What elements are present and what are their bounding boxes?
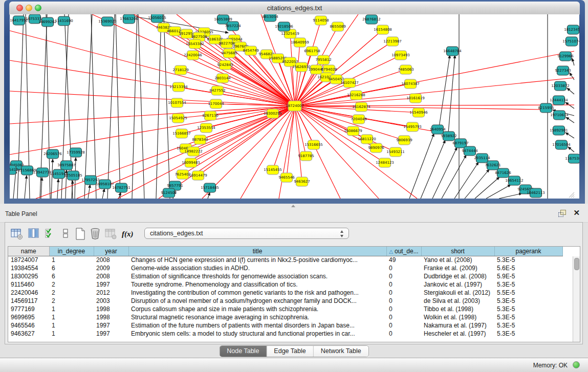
graph-node-selected[interactable]: 9475685 [221,49,237,58]
table-row[interactable]: 977716911998Corpus callosum shape and si… [8,305,562,313]
trash-icon[interactable] [89,227,102,240]
graph-node-selected[interactable]: 12484123 [376,158,394,167]
table-cell-short[interactable]: Nakamura et al. (1997) [421,321,494,330]
graph-edge[interactable] [432,147,457,199]
table-cell-in_degree[interactable]: 6 [49,272,94,280]
graph-node-selected[interactable]: 9465546 [278,173,295,182]
graph-node[interactable]: 15751074 [562,37,579,46]
graph-node-selected[interactable]: 7485063 [398,65,413,74]
table-cell-out_degree[interactable]: 0 [386,297,421,305]
tab-edge-table[interactable]: Edge Table [267,346,313,357]
graph-node-selected[interactable]: 11540946 [409,108,428,117]
table-cell-short[interactable]: Franke et al. (2009) [421,264,494,272]
table-cell-title[interactable]: Estimation of the future numbers of pati… [128,321,386,330]
table-cell-pagerank[interactable]: 5.3E-5 [494,280,562,289]
graph-node-selected[interactable]: 15495793 [403,122,422,132]
graph-edge[interactable] [572,58,574,65]
graph-node-selected[interactable]: 2718129 [172,65,188,75]
graph-node-selected[interactable]: 15316655 [304,140,323,149]
graph-node-selected[interactable]: 16162874 [352,102,371,112]
table-row[interactable]: 946554611997Estimation of the future num… [8,321,562,330]
graph-edge[interactable] [570,73,574,80]
table-cell-in_degree[interactable]: 2 [49,289,94,297]
graph-node[interactable]: 17016504 [552,140,571,149]
graph-edge[interactable] [57,179,58,199]
graph-node[interactable]: 9227343 [555,66,571,75]
table-cell-in_degree[interactable]: 1 [49,330,94,338]
table-cell-year[interactable]: 1998 [94,305,128,313]
graph-node-selected[interactable]: 13213394 [169,82,188,92]
graph-edge[interactable] [465,169,489,199]
graph-node-selected[interactable]: 2803144 [214,74,231,83]
new-document-icon[interactable] [74,227,87,240]
column-header-name[interactable]: name [8,247,49,256]
graph-node-selected[interactable]: 16074387 [401,79,420,89]
table-cell-pagerank[interactable]: 5.5E-5 [494,289,562,297]
graph-edge[interactable] [91,14,96,199]
table-cell-name[interactable]: 19384554 [8,264,49,272]
graph-node-selected[interactable]: 12353554 [197,123,215,133]
table-cell-title[interactable]: Genome-wide association studies in ADHD. [128,264,386,272]
graph-edge[interactable] [409,134,434,199]
graph-node-selected[interactable]: 15145455 [264,165,282,174]
graph-node[interactable]: 15892901 [550,126,568,135]
graph-node-selected[interactable]: 9242843 [217,60,233,70]
table-cell-short[interactable]: Hescheler et al. (1997) [421,330,494,338]
table-cell-title[interactable]: Tourette syndrome. Phenomenology and cla… [128,280,386,289]
network-canvas[interactable]: 7463822866012459129541522605598275088186… [10,14,579,199]
close-panel-icon[interactable]: ✕ [573,208,580,217]
table-cell-short[interactable]: de Silva et al. (2003) [421,297,494,305]
graph-node[interactable]: 5938922 [441,132,456,141]
table-cell-year[interactable]: 2008 [94,272,128,280]
table-cell-out_degree[interactable]: 0 [386,330,421,338]
graph-node-selected[interactable]: 18724007 [286,101,304,111]
graph-node[interactable]: 17663206 [120,14,138,24]
graph-edge[interactable] [116,14,120,199]
graph-node-selected[interactable]: 13216288 [347,91,365,100]
table-row[interactable]: 946362711997Embryonic stem cells: a mode… [8,330,562,338]
graph-edge[interactable] [421,140,445,199]
selected-graph-edge[interactable] [295,106,302,182]
table-cell-short[interactable]: Dudbridge et al. (2008) [421,272,494,280]
table-cell-out_degree[interactable]: 0 [386,272,421,280]
tab-node-table[interactable]: Node Table [220,346,267,357]
graph-node[interactable]: 26876812 [362,15,381,24]
graph-node[interactable]: 17359928 [67,148,85,157]
graph-edge[interactable] [164,14,170,199]
graph-node-selected[interactable]: 7625402 [175,170,190,179]
graph-edge[interactable] [568,147,574,152]
graph-node-selected[interactable]: 7955812 [315,55,331,64]
selected-graph-edge[interactable] [287,106,295,178]
graph-node[interactable]: 9124502 [161,188,177,198]
table-cell-short[interactable]: Tibbo et al. (1998) [421,305,494,313]
table-cell-pagerank[interactable]: 5.9E-5 [494,272,562,280]
row-height-icon[interactable] [59,227,73,240]
graph-node[interactable]: 8215955 [538,103,554,113]
table-cell-title[interactable]: Embryonic stem cells: a model to study s… [128,330,386,338]
show-column-icon[interactable] [28,227,41,240]
table-cell-out_degree[interactable]: 0 [386,313,421,321]
graph-edge[interactable] [132,14,137,199]
graph-edge[interactable] [454,162,478,199]
graph-edge[interactable] [102,189,104,199]
table-row[interactable]: 911546021997Tourette syndrome. Phenomeno… [8,280,562,289]
graph-edge[interactable] [566,117,574,123]
table-cell-title[interactable]: Disruption of a novel member of a sodium… [128,297,386,305]
graph-node-selected[interactable]: 9806939 [396,136,412,145]
table-cell-short[interactable]: Jankovic et al. (1997) [421,280,494,289]
graph-edge[interactable] [84,14,92,199]
table-cell-pagerank[interactable]: 5.3E-5 [494,256,562,264]
table-cell-name[interactable]: 14569117 [8,297,49,305]
table-row[interactable]: 1456911722003Disruption of a novel membe… [8,297,562,305]
table-cell-title[interactable]: Investigating the contribution of common… [128,289,386,297]
graph-node[interactable]: 8813054 [262,14,278,21]
table-cell-pagerank[interactable]: 5.3E-5 [494,305,562,313]
table-cell-in_degree[interactable]: 6 [49,264,94,272]
table-cell-name[interactable]: 9699695 [8,313,49,321]
graph-node[interactable]: 11431690 [55,16,73,26]
graph-node-selected[interactable]: 8454749 [243,46,258,55]
table-row[interactable]: 1872400712008Changes of HCN gene express… [8,256,562,264]
graph-node-selected[interactable]: 8878344 [192,135,208,144]
table-cell-year[interactable]: 2009 [94,264,128,272]
table-settings-icon[interactable] [10,227,24,240]
